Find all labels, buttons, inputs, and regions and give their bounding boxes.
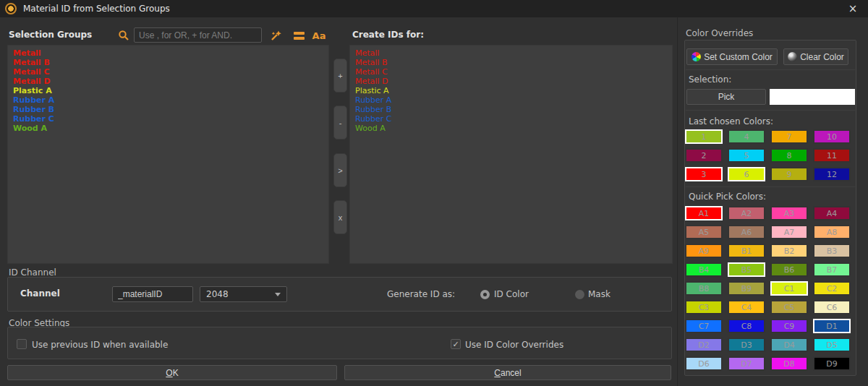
- quick-color-swatch-D2[interactable]: D2: [685, 338, 723, 352]
- quick-color-swatch-D8[interactable]: D8: [770, 356, 808, 371]
- last-color-swatch-11[interactable]: 11: [813, 148, 851, 163]
- search-input[interactable]: [134, 27, 262, 43]
- generate-id-as-label: Generate ID as:: [387, 289, 455, 299]
- create-ids-title: Create IDs for:: [352, 30, 424, 40]
- remove-button[interactable]: -: [333, 106, 347, 140]
- create-id-item[interactable]: Rubber B: [355, 105, 667, 114]
- quick-color-swatch-C4[interactable]: C4: [728, 300, 765, 314]
- quick-color-swatch-A7[interactable]: A7: [770, 225, 808, 239]
- cancel-button[interactable]: Cancel: [344, 365, 671, 380]
- quick-color-swatch-A6[interactable]: A6: [728, 225, 765, 239]
- quick-color-swatch-C7[interactable]: C7: [685, 319, 723, 333]
- create-id-item[interactable]: Rubber A: [355, 95, 667, 105]
- quick-color-swatch-B6[interactable]: B6: [770, 262, 808, 277]
- pick-button[interactable]: Pick: [686, 89, 766, 105]
- last-color-swatch-7[interactable]: 7: [770, 129, 808, 144]
- quick-color-swatch-B3[interactable]: B3: [813, 244, 851, 258]
- selection-group-item[interactable]: Rubber B: [13, 105, 323, 114]
- quick-color-swatch-C2[interactable]: C2: [813, 281, 851, 296]
- list-lines-icon[interactable]: [291, 28, 307, 43]
- quick-color-swatch-C5[interactable]: C5: [770, 300, 808, 314]
- quick-color-swatch-B4[interactable]: B4: [685, 262, 723, 277]
- close-icon[interactable]: ×: [846, 1, 860, 16]
- use-previous-id-label: Use previous ID when available: [32, 340, 168, 350]
- quick-color-swatch-B8[interactable]: B8: [685, 281, 723, 296]
- quick-color-swatch-D7[interactable]: D7: [728, 356, 765, 371]
- selection-group-item[interactable]: Rubber A: [13, 95, 323, 105]
- last-chosen-colors-label: Last chosen Colors:: [689, 116, 773, 126]
- mask-radio[interactable]: [575, 290, 584, 299]
- quick-color-swatch-A5[interactable]: A5: [685, 225, 723, 239]
- resolution-value: 2048: [206, 289, 229, 299]
- last-color-swatch-2[interactable]: 2: [685, 148, 723, 163]
- quick-color-swatch-B5[interactable]: B5: [728, 262, 765, 277]
- last-color-swatch-1[interactable]: 1: [685, 129, 723, 144]
- quick-color-swatch-C3[interactable]: C3: [685, 300, 723, 314]
- selection-group-item[interactable]: Metall C: [13, 67, 323, 77]
- create-id-item[interactable]: Metall D: [355, 77, 667, 86]
- create-ids-list[interactable]: MetallMetall BMetall CMetall DPlastic AR…: [349, 45, 673, 264]
- use-previous-id-checkbox[interactable]: [17, 339, 27, 349]
- quick-color-swatch-C8[interactable]: C8: [728, 319, 765, 333]
- quick-color-swatch-D1[interactable]: D1: [813, 319, 851, 333]
- quick-color-swatch-A1[interactable]: A1: [685, 206, 723, 220]
- quick-color-swatch-C6[interactable]: C6: [813, 300, 851, 314]
- last-color-swatch-6[interactable]: 6: [728, 167, 765, 181]
- wand-icon[interactable]: [268, 28, 284, 43]
- quick-color-swatch-A2[interactable]: A2: [728, 206, 765, 220]
- quick-color-swatch-A9[interactable]: A9: [685, 244, 723, 258]
- quick-color-swatch-C1[interactable]: C1: [770, 281, 808, 296]
- last-color-swatch-12[interactable]: 12: [813, 167, 851, 181]
- use-id-color-overrides-checkbox[interactable]: [451, 339, 461, 349]
- resolution-dropdown[interactable]: 2048: [200, 286, 287, 302]
- quick-color-swatch-B2[interactable]: B2: [770, 244, 808, 258]
- case-sensitivity-icon[interactable]: Aa: [311, 28, 327, 43]
- panel-separator: [677, 17, 678, 386]
- last-color-swatch-3[interactable]: 3: [685, 167, 723, 181]
- quick-color-swatch-D4[interactable]: D4: [770, 338, 808, 352]
- quick-color-swatch-B7[interactable]: B7: [813, 262, 851, 277]
- create-id-item[interactable]: Metall B: [355, 58, 667, 67]
- selection-group-item[interactable]: Wood A: [13, 124, 323, 133]
- clear-color-button[interactable]: Clear Color: [783, 48, 848, 65]
- quick-color-swatch-B1[interactable]: B1: [728, 244, 765, 258]
- quick-color-swatch-D5[interactable]: D5: [813, 338, 851, 352]
- create-id-item[interactable]: Metall: [355, 48, 667, 58]
- quick-color-swatch-C9[interactable]: C9: [770, 319, 808, 333]
- window-title: Material ID from Selection Groups: [23, 4, 170, 14]
- quick-color-swatch-A8[interactable]: A8: [813, 225, 851, 239]
- quick-color-swatch-D9[interactable]: D9: [813, 356, 851, 371]
- quick-color-swatch-B9[interactable]: B9: [728, 281, 765, 296]
- add-button[interactable]: +: [333, 59, 347, 93]
- ok-button[interactable]: OK: [7, 365, 337, 380]
- selection-group-item[interactable]: Metall D: [13, 77, 323, 86]
- selection-group-item[interactable]: Rubber C: [13, 114, 323, 124]
- create-id-item[interactable]: Wood A: [355, 124, 667, 133]
- quick-color-swatch-D6[interactable]: D6: [685, 356, 723, 371]
- create-id-item[interactable]: Rubber C: [355, 114, 667, 124]
- current-color-swatch[interactable]: [770, 89, 855, 105]
- selection-groups-list[interactable]: MetallMetall BMetall CMetall DPlastic AR…: [7, 45, 329, 264]
- quick-color-swatch-A3[interactable]: A3: [770, 206, 808, 220]
- selection-group-item[interactable]: Metall: [13, 48, 323, 58]
- gray-sphere-icon: [788, 52, 797, 61]
- last-color-swatch-10[interactable]: 10: [813, 129, 851, 144]
- selection-group-item[interactable]: Plastic A: [13, 86, 323, 95]
- create-id-item[interactable]: Metall C: [355, 67, 667, 77]
- quick-color-swatch-D3[interactable]: D3: [728, 338, 765, 352]
- move-right-button[interactable]: >: [333, 153, 347, 187]
- channel-name-input[interactable]: [112, 286, 193, 302]
- selection-group-item[interactable]: Metall B: [13, 58, 323, 67]
- selection-label: Selection:: [689, 74, 731, 85]
- last-color-swatch-4[interactable]: 4: [728, 129, 765, 144]
- last-color-swatch-9[interactable]: 9: [770, 167, 808, 181]
- last-color-swatch-8[interactable]: 8: [770, 148, 808, 163]
- use-id-color-overrides-label: Use ID Color Overrides: [465, 340, 563, 350]
- create-id-item[interactable]: Plastic A: [355, 86, 667, 95]
- quick-color-swatch-A4[interactable]: A4: [813, 206, 851, 220]
- id-color-radio[interactable]: [480, 290, 490, 299]
- last-color-swatch-5[interactable]: 5: [728, 148, 765, 163]
- clear-list-button[interactable]: x: [333, 200, 347, 234]
- set-custom-color-button[interactable]: Set Custom Color: [686, 48, 778, 65]
- last-chosen-colors-grid: 147102581136912: [685, 129, 851, 181]
